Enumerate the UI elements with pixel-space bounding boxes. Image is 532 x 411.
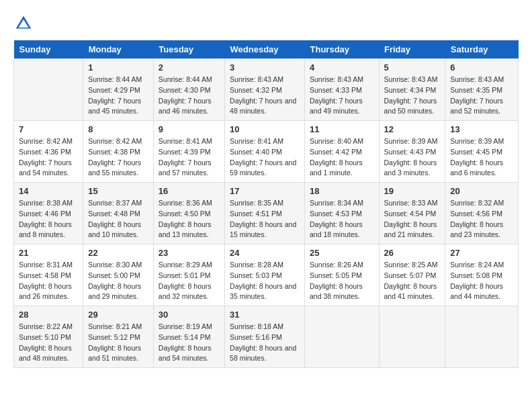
week-row-1: 7Sunrise: 8:42 AMSunset: 4:36 PMDaylight… [14, 121, 519, 183]
day-info: Sunrise: 8:28 AMSunset: 5:03 PMDaylight:… [230, 260, 300, 302]
day-number: 27 [450, 248, 513, 258]
day-info: Sunrise: 8:42 AMSunset: 4:38 PMDaylight:… [88, 136, 148, 179]
header-cell-sunday: Sunday [14, 40, 83, 59]
day-info: Sunrise: 8:24 AMSunset: 5:08 PMDaylight:… [450, 260, 513, 302]
day-number: 21 [19, 248, 78, 258]
day-info: Sunrise: 8:32 AMSunset: 4:56 PMDaylight:… [450, 198, 513, 240]
day-cell: 14Sunrise: 8:38 AMSunset: 4:46 PMDayligh… [14, 183, 83, 244]
day-cell: 1Sunrise: 8:44 AMSunset: 4:29 PMDaylight… [83, 59, 154, 121]
day-number: 23 [159, 248, 220, 258]
header-cell-thursday: Thursday [305, 40, 379, 59]
day-number: 25 [310, 248, 373, 258]
day-info: Sunrise: 8:21 AMSunset: 5:12 PMDaylight:… [88, 322, 148, 364]
page-header [13, 13, 519, 34]
day-info: Sunrise: 8:34 AMSunset: 4:53 PMDaylight:… [310, 198, 373, 240]
day-info: Sunrise: 8:43 AMSunset: 4:34 PMDaylight:… [384, 75, 441, 117]
day-cell: 3Sunrise: 8:43 AMSunset: 4:32 PMDaylight… [225, 59, 305, 121]
day-cell [445, 306, 519, 368]
day-info: Sunrise: 8:42 AMSunset: 4:36 PMDaylight:… [19, 136, 78, 179]
day-number: 30 [159, 310, 220, 320]
day-number: 26 [384, 248, 441, 258]
day-info: Sunrise: 8:43 AMSunset: 4:33 PMDaylight:… [310, 75, 373, 117]
day-number: 5 [384, 62, 441, 73]
day-cell: 15Sunrise: 8:37 AMSunset: 4:48 PMDayligh… [83, 183, 154, 244]
day-info: Sunrise: 8:41 AMSunset: 4:40 PMDaylight:… [230, 136, 300, 179]
day-cell [14, 59, 83, 121]
day-cell: 6Sunrise: 8:43 AMSunset: 4:35 PMDaylight… [445, 59, 519, 121]
day-info: Sunrise: 8:43 AMSunset: 4:32 PMDaylight:… [230, 75, 300, 117]
header-cell-monday: Monday [83, 40, 154, 59]
day-number: 3 [230, 62, 300, 73]
day-cell: 11Sunrise: 8:40 AMSunset: 4:42 PMDayligh… [305, 121, 379, 183]
day-cell: 28Sunrise: 8:22 AMSunset: 5:10 PMDayligh… [14, 306, 83, 368]
logo [13, 13, 35, 34]
day-cell [379, 306, 445, 368]
day-cell: 5Sunrise: 8:43 AMSunset: 4:34 PMDaylight… [379, 59, 445, 121]
week-row-0: 1Sunrise: 8:44 AMSunset: 4:29 PMDaylight… [14, 59, 519, 121]
day-number: 20 [450, 186, 513, 196]
day-info: Sunrise: 8:18 AMSunset: 5:16 PMDaylight:… [230, 322, 300, 364]
day-number: 4 [310, 62, 373, 73]
header-cell-tuesday: Tuesday [153, 40, 224, 59]
day-info: Sunrise: 8:29 AMSunset: 5:01 PMDaylight:… [159, 260, 220, 302]
day-cell: 30Sunrise: 8:19 AMSunset: 5:14 PMDayligh… [153, 306, 224, 368]
day-cell: 12Sunrise: 8:39 AMSunset: 4:43 PMDayligh… [379, 121, 445, 183]
day-info: Sunrise: 8:19 AMSunset: 5:14 PMDaylight:… [159, 322, 220, 364]
day-cell [305, 306, 379, 368]
day-cell: 26Sunrise: 8:25 AMSunset: 5:07 PMDayligh… [379, 244, 445, 306]
day-cell: 23Sunrise: 8:29 AMSunset: 5:01 PMDayligh… [153, 244, 224, 306]
day-info: Sunrise: 8:41 AMSunset: 4:39 PMDaylight:… [159, 136, 220, 179]
logo-icon [13, 13, 34, 34]
day-number: 1 [88, 62, 148, 73]
header-cell-friday: Friday [379, 40, 445, 59]
day-cell: 22Sunrise: 8:30 AMSunset: 5:00 PMDayligh… [83, 244, 154, 306]
day-cell: 19Sunrise: 8:33 AMSunset: 4:54 PMDayligh… [379, 183, 445, 244]
day-info: Sunrise: 8:33 AMSunset: 4:54 PMDaylight:… [384, 198, 441, 240]
day-cell: 7Sunrise: 8:42 AMSunset: 4:36 PMDaylight… [14, 121, 83, 183]
day-info: Sunrise: 8:31 AMSunset: 4:58 PMDaylight:… [19, 260, 78, 302]
day-cell: 25Sunrise: 8:26 AMSunset: 5:05 PMDayligh… [305, 244, 379, 306]
day-info: Sunrise: 8:26 AMSunset: 5:05 PMDaylight:… [310, 260, 373, 302]
day-cell: 4Sunrise: 8:43 AMSunset: 4:33 PMDaylight… [305, 59, 379, 121]
day-number: 7 [19, 124, 78, 134]
week-row-3: 21Sunrise: 8:31 AMSunset: 4:58 PMDayligh… [14, 244, 519, 306]
day-info: Sunrise: 8:39 AMSunset: 4:45 PMDaylight:… [450, 136, 513, 179]
header-row: SundayMondayTuesdayWednesdayThursdayFrid… [14, 40, 519, 59]
calendar-header: SundayMondayTuesdayWednesdayThursdayFrid… [14, 40, 519, 59]
day-cell: 18Sunrise: 8:34 AMSunset: 4:53 PMDayligh… [305, 183, 379, 244]
day-cell: 9Sunrise: 8:41 AMSunset: 4:39 PMDaylight… [153, 121, 224, 183]
week-row-2: 14Sunrise: 8:38 AMSunset: 4:46 PMDayligh… [14, 183, 519, 244]
day-number: 31 [230, 310, 300, 320]
day-number: 14 [19, 186, 78, 196]
day-cell: 24Sunrise: 8:28 AMSunset: 5:03 PMDayligh… [225, 244, 305, 306]
day-info: Sunrise: 8:38 AMSunset: 4:46 PMDaylight:… [19, 198, 78, 240]
day-number: 19 [384, 186, 441, 196]
day-number: 29 [88, 310, 148, 320]
day-cell: 16Sunrise: 8:36 AMSunset: 4:50 PMDayligh… [153, 183, 224, 244]
day-cell: 21Sunrise: 8:31 AMSunset: 4:58 PMDayligh… [14, 244, 83, 306]
day-number: 16 [159, 186, 220, 196]
day-info: Sunrise: 8:35 AMSunset: 4:51 PMDaylight:… [230, 198, 300, 240]
day-number: 10 [230, 124, 300, 134]
day-info: Sunrise: 8:22 AMSunset: 5:10 PMDaylight:… [19, 322, 78, 364]
day-info: Sunrise: 8:40 AMSunset: 4:42 PMDaylight:… [310, 136, 373, 179]
day-cell: 10Sunrise: 8:41 AMSunset: 4:40 PMDayligh… [225, 121, 305, 183]
day-number: 22 [88, 248, 148, 258]
day-number: 24 [230, 248, 300, 258]
day-cell: 13Sunrise: 8:39 AMSunset: 4:45 PMDayligh… [445, 121, 519, 183]
day-info: Sunrise: 8:37 AMSunset: 4:48 PMDaylight:… [88, 198, 148, 240]
calendar-table: SundayMondayTuesdayWednesdayThursdayFrid… [13, 40, 519, 368]
day-number: 2 [159, 62, 220, 73]
day-cell: 20Sunrise: 8:32 AMSunset: 4:56 PMDayligh… [445, 183, 519, 244]
day-info: Sunrise: 8:30 AMSunset: 5:00 PMDaylight:… [88, 260, 148, 302]
header-cell-saturday: Saturday [445, 40, 519, 59]
day-cell: 27Sunrise: 8:24 AMSunset: 5:08 PMDayligh… [445, 244, 519, 306]
day-info: Sunrise: 8:39 AMSunset: 4:43 PMDaylight:… [384, 136, 441, 179]
week-row-4: 28Sunrise: 8:22 AMSunset: 5:10 PMDayligh… [14, 306, 519, 368]
day-info: Sunrise: 8:43 AMSunset: 4:35 PMDaylight:… [450, 75, 513, 117]
day-info: Sunrise: 8:44 AMSunset: 4:29 PMDaylight:… [88, 75, 148, 117]
day-number: 12 [384, 124, 441, 134]
day-number: 18 [310, 186, 373, 196]
day-info: Sunrise: 8:25 AMSunset: 5:07 PMDaylight:… [384, 260, 441, 302]
day-number: 28 [19, 310, 78, 320]
